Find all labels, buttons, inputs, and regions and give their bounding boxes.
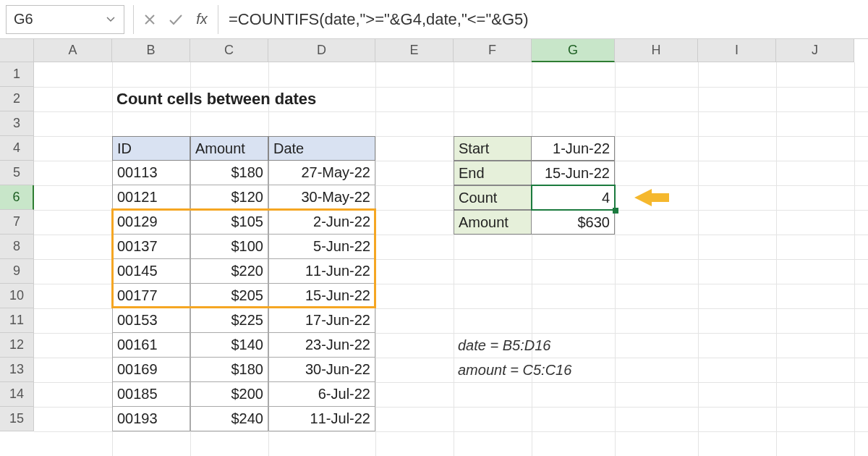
column-header[interactable]: J [776,39,854,62]
table-cell[interactable]: 00137 [112,235,190,259]
name-box-dropdown-icon[interactable] [102,11,119,28]
summary-value[interactable]: 15-Jun-22 [532,161,615,185]
column-header[interactable]: E [375,39,454,62]
table-cell[interactable]: 27-May-22 [268,161,375,185]
table-cell[interactable]: 00145 [112,259,190,284]
row-header[interactable]: 4 [0,136,34,161]
table-cell[interactable]: $220 [190,259,268,284]
name-box-value: G6 [14,11,33,28]
table-cell[interactable]: $180 [190,161,268,185]
row-header[interactable]: 12 [0,333,34,358]
table-cell[interactable]: 30-May-22 [268,185,375,210]
page-title: Count cells between dates [112,87,401,111]
table-cell[interactable]: $225 [190,308,268,333]
summary-value[interactable]: 1-Jun-22 [532,136,615,161]
row-header[interactable]: 13 [0,358,34,382]
fill-handle[interactable] [613,208,618,214]
row-header[interactable]: 14 [0,382,34,407]
select-all-corner[interactable] [0,39,34,62]
column-header[interactable]: G [532,39,615,62]
column-header[interactable]: D [268,39,375,62]
row-header[interactable]: 7 [0,210,34,235]
table-cell[interactable]: 00129 [112,210,190,235]
table-cell[interactable]: 15-Jun-22 [268,284,375,308]
table-header-amount[interactable]: Amount [190,136,268,161]
row-header[interactable]: 8 [0,235,34,259]
summary-label[interactable]: Amount [454,210,532,235]
table-cell[interactable]: 11-Jun-22 [268,259,375,284]
table-header-date[interactable]: Date [268,136,375,161]
table-cell[interactable]: 00193 [112,407,190,431]
table-cell[interactable]: 23-Jun-22 [268,333,375,358]
divider [133,5,134,34]
summary-label[interactable]: Start [454,136,532,161]
table-cell[interactable]: 00161 [112,333,190,358]
column-header[interactable]: H [615,39,698,62]
table-cell[interactable]: 2-Jun-22 [268,210,375,235]
table-cell[interactable]: $105 [190,210,268,235]
table-cell[interactable]: 11-Jul-22 [268,407,375,431]
formula-bar: G6 fx [0,0,868,39]
table-cell[interactable]: 6-Jul-22 [268,382,375,407]
row-header[interactable]: 3 [0,111,34,136]
column-header[interactable]: I [698,39,776,62]
table-header-id[interactable]: ID [112,136,190,161]
table-cell[interactable]: $240 [190,407,268,431]
table-cell[interactable]: 00121 [112,185,190,210]
formula-input[interactable] [221,5,868,34]
table-cell[interactable]: $140 [190,333,268,358]
table-cell[interactable]: 00153 [112,308,190,333]
enter-formula-icon[interactable] [163,5,189,34]
note-amount-range: amount = C5:C16 [454,358,671,382]
table-cell[interactable]: 00185 [112,382,190,407]
row-header[interactable]: 5 [0,161,34,185]
column-header[interactable]: C [190,39,268,62]
column-header[interactable]: A [34,39,112,62]
note-date-range: date = B5:D16 [454,333,671,358]
table-cell[interactable]: $200 [190,382,268,407]
row-header[interactable]: 11 [0,308,34,333]
table-cell[interactable]: 00113 [112,161,190,185]
column-headers: ABCDEFGHIJ [34,39,854,62]
name-box[interactable]: G6 [6,5,124,34]
row-header[interactable]: 10 [0,284,34,308]
row-header[interactable]: 1 [0,62,34,87]
table-cell[interactable]: 5-Jun-22 [268,235,375,259]
cancel-formula-icon[interactable] [137,5,163,34]
summary-label[interactable]: End [454,161,532,185]
table-cell[interactable]: $120 [190,185,268,210]
summary-value[interactable]: 4 [532,185,615,210]
insert-function-icon[interactable]: fx [189,5,215,34]
table-cell[interactable]: 00169 [112,358,190,382]
arrow-icon [634,189,652,206]
summary-value[interactable]: $630 [532,210,615,235]
table-cell[interactable]: 17-Jun-22 [268,308,375,333]
table-cell[interactable]: $205 [190,284,268,308]
table-cell[interactable]: 00177 [112,284,190,308]
row-header[interactable]: 15 [0,407,34,431]
column-header[interactable]: F [454,39,532,62]
summary-label[interactable]: Count [454,185,532,210]
table-cell[interactable]: 30-Jun-22 [268,358,375,382]
row-headers: 123456789101112131415 [0,62,34,431]
row-header[interactable]: 6 [0,185,34,210]
column-header[interactable]: B [112,39,190,62]
row-header[interactable]: 9 [0,259,34,284]
row-header[interactable]: 2 [0,87,34,111]
table-cell[interactable]: $180 [190,358,268,382]
divider [218,5,218,34]
table-cell[interactable]: $100 [190,235,268,259]
